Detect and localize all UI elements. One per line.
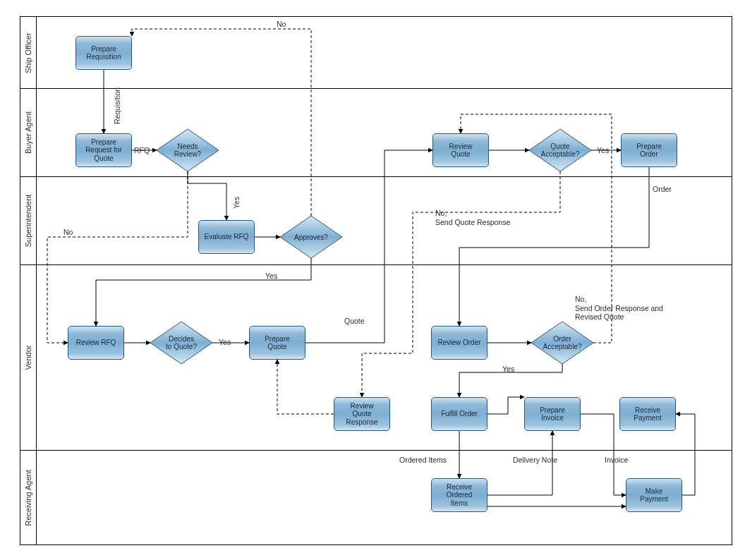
proc-receive-payment: ReceivePayment — [619, 397, 676, 431]
lbl-approves-no-top: No — [277, 20, 286, 29]
proc-prepare-quote: PrepareQuote — [249, 326, 305, 360]
lane-superintendent: Superintendent — [20, 177, 732, 265]
lbl-dtq-yes: Yes — [219, 338, 231, 347]
lbl-oa-no: No,Send Order Response andRevised Quote — [575, 295, 663, 322]
lane-title-buyer-agent: Buyer Agent — [20, 89, 37, 176]
lbl-needs-yes: Yes — [232, 197, 241, 209]
proc-review-quote-response: ReviewQuoteResponse — [334, 397, 390, 431]
lane-label: Vendor — [24, 346, 32, 370]
lane-label: Ship Officer — [24, 32, 32, 73]
lbl-oa-yes: Yes — [502, 365, 514, 374]
proc-prepare-invoice: PrepareInvoice — [524, 397, 581, 431]
lbl-ordered-items: Ordered Items — [399, 456, 447, 465]
lbl-quote: Quote — [344, 317, 365, 326]
lbl-rfq: RFQ — [134, 146, 150, 155]
lane-label: Superintendent — [24, 195, 32, 248]
proc-review-quote: ReviewQuote — [432, 133, 489, 167]
dec-decides-to-quote: Decidesto Quote? — [150, 322, 212, 364]
flowchart-canvas: Ship Officer Buyer Agent Superintendent … — [0, 0, 745, 560]
lbl-qa-yes: Yes — [597, 146, 609, 155]
lane-title-receiving-agent: Receiving Agent — [20, 451, 37, 544]
dec-quote-acceptable: QuoteAcceptable? — [529, 129, 591, 171]
proc-fulfill-order: Fulfill Order — [431, 397, 487, 431]
proc-prepare-rfq: PrepareRequest forQuote — [75, 133, 132, 167]
lbl-invoice: Invoice — [605, 456, 628, 465]
proc-review-order: Review Order — [431, 326, 487, 360]
swimlane-container: Ship Officer Buyer Agent Superintendent … — [20, 16, 732, 545]
lbl-order: Order — [653, 185, 672, 194]
lbl-approves-yes: Yes — [265, 272, 277, 281]
lane-label: Buyer Agent — [24, 111, 32, 154]
lbl-delivery-note: Delivery Note — [513, 456, 557, 465]
proc-make-payment: MakePayment — [626, 478, 682, 512]
lane-title-vendor: Vendor — [20, 265, 37, 450]
dec-approves: Approves? — [280, 216, 342, 258]
lane-label: Receiving Agent — [24, 470, 32, 526]
proc-review-rfq: Review RFQ — [68, 326, 124, 360]
lbl-requisition: Requisition — [113, 87, 121, 124]
lane-title-superintendent: Superintendent — [20, 177, 37, 264]
proc-evaluate-rfq: Evaluate RFQ — [198, 220, 255, 254]
lane-title-ship-officer: Ship Officer — [20, 17, 37, 88]
proc-prepare-order: PrepareOrder — [621, 133, 677, 167]
proc-prepare-requisition: PrepareRequisition — [75, 36, 132, 70]
dec-order-acceptable: OrderAcceptable? — [531, 322, 593, 364]
dec-needs-review: NeedsReview? — [157, 129, 219, 171]
lbl-qa-no: No,Send Quote Response — [435, 209, 510, 226]
proc-receive-ordered-items: ReceiveOrderedItems — [431, 478, 487, 512]
lbl-approves-no: No — [63, 228, 73, 237]
lane-receiving-agent: Receiving Agent — [20, 451, 732, 544]
